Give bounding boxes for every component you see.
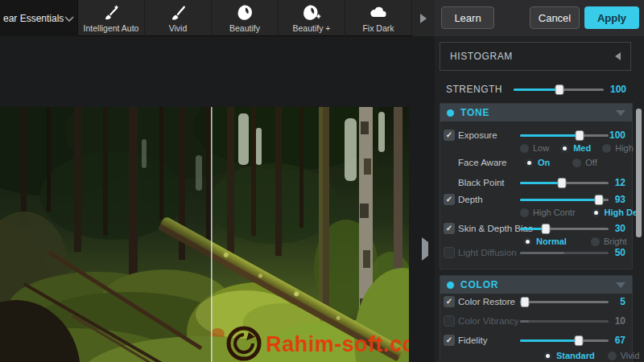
panel-collapse-arrow[interactable] (422, 242, 428, 257)
color-restore-label: Color Restore (458, 297, 515, 306)
light-diffusion-value: 50 (615, 247, 625, 258)
fidelity-checkbox[interactable]: ✓ (444, 335, 455, 346)
color-section-header[interactable]: COLOR (440, 276, 632, 294)
radio-high-def[interactable]: High Def (592, 208, 641, 217)
black-point-row: Black Point 12 (440, 175, 632, 191)
slider-knob[interactable] (555, 84, 564, 95)
depth-slider[interactable] (520, 194, 609, 205)
preset-buttons-strip: Intelligent Auto Vivid Beautify Beautify… (77, 0, 412, 36)
cancel-button[interactable]: Cancel (530, 6, 580, 29)
light-diffusion-row: Light Diffusion 50 (440, 245, 632, 261)
color-restore-checkbox[interactable]: ✓ (444, 296, 455, 307)
before-region-overlay (0, 107, 212, 362)
arrow-right-icon (420, 14, 427, 23)
preset-vivid[interactable]: Vivid (145, 0, 212, 36)
app-window: ear Essentials Intelligent Auto Vivid (0, 0, 644, 362)
depth-radio-group: High Contr High Def (520, 207, 641, 218)
tone-section: TONE ✓ Exposure 100 Low Med High Face Aw (440, 103, 633, 269)
color-vibrancy-checkbox[interactable] (444, 315, 455, 327)
exposure-row: ✓ Exposure 100 (440, 127, 632, 143)
radio-vivid[interactable]: Vivid (608, 351, 640, 360)
slider-knob[interactable] (541, 224, 550, 234)
color-vibrancy-value: 10 (615, 315, 625, 327)
slider-knob[interactable] (574, 335, 583, 346)
color-vibrancy-slider[interactable] (520, 315, 609, 327)
preset-group-dropdown[interactable]: ear Essentials (0, 0, 77, 36)
strength-slider[interactable] (514, 84, 604, 95)
forest-photo: Rahim-soft.com (0, 107, 409, 362)
radio-med[interactable]: Med (560, 143, 591, 153)
preset-beautify[interactable]: Beautify (212, 0, 279, 36)
skin-depth-bias-slider[interactable] (520, 223, 609, 234)
fidelity-value: 67 (615, 335, 625, 346)
preset-intelligent-auto[interactable]: Intelligent Auto (78, 0, 145, 36)
slider-knob[interactable] (594, 195, 603, 205)
histogram-panel[interactable]: HISTOGRAM (440, 42, 631, 71)
strength-label: STRENGTH (446, 84, 502, 95)
color-vibrancy-row: Color Vibrancy 10 (440, 313, 632, 329)
brush-icon (169, 3, 187, 23)
learn-button[interactable]: Learn (441, 6, 494, 29)
exposure-slider[interactable] (520, 130, 609, 141)
preset-beautify-plus[interactable]: Beautify + (279, 0, 345, 36)
depth-checkbox[interactable]: ✓ (444, 194, 455, 205)
exposure-value: 100 (609, 130, 625, 141)
exposure-radio-group: Low Med High (520, 142, 634, 154)
radio-standard[interactable]: Standard (543, 351, 595, 360)
radio-high-contr[interactable]: High Contr (520, 208, 576, 217)
skin-depth-bias-value: 30 (615, 223, 625, 234)
preset-label: Vivid (169, 23, 188, 33)
apply-button[interactable]: Apply (584, 6, 639, 29)
color-restore-slider[interactable] (520, 296, 609, 307)
tone-section-header[interactable]: TONE (440, 104, 632, 121)
presets-scroll-right-button[interactable] (412, 0, 435, 36)
arrow-right-icon (422, 237, 428, 261)
image-canvas: Rahim-soft.com (0, 36, 435, 362)
top-toolbar: ear Essentials Intelligent Auto Vivid (0, 0, 644, 36)
color-restore-value: 5 (620, 296, 625, 307)
slider-knob[interactable] (557, 178, 566, 188)
color-section: COLOR ✓ Color Restore 5 Color Vibrancy (440, 275, 633, 362)
black-point-slider[interactable] (520, 177, 609, 188)
auto-brush-icon (101, 3, 121, 23)
preset-fix-dark[interactable]: Fix Dark (345, 0, 412, 36)
slider-knob[interactable] (520, 297, 529, 307)
depth-row: ✓ Depth 93 (440, 191, 632, 208)
light-diffusion-checkbox[interactable] (444, 247, 455, 258)
chevron-down-icon (64, 11, 74, 26)
toolbar-actions: Learn Cancel Apply (435, 0, 644, 36)
collapse-left-icon (615, 52, 621, 60)
skin-depth-bias-checkbox[interactable]: ✓ (444, 223, 455, 234)
depth-label: Depth (458, 195, 483, 204)
radio-on[interactable]: On (525, 158, 550, 167)
preset-group-label: ear Essentials (3, 13, 64, 24)
color-restore-row: ✓ Color Restore 5 (440, 294, 632, 310)
slider-knob[interactable] (575, 130, 584, 141)
face-aware-radio-group: On Off (525, 157, 597, 168)
black-point-label: Black Point (458, 178, 505, 187)
radio-low[interactable]: Low (520, 143, 549, 153)
radio-off[interactable]: Off (572, 158, 597, 167)
face-plus-icon (302, 3, 321, 23)
fidelity-label: Fidelity (458, 335, 487, 345)
color-title: COLOR (460, 279, 498, 290)
histogram-label: HISTOGRAM (450, 51, 513, 62)
strength-row: STRENGTH 100 (435, 81, 644, 97)
radio-high[interactable]: High (602, 143, 634, 153)
light-diffusion-slider[interactable] (520, 247, 609, 258)
depth-value: 93 (615, 194, 625, 205)
adjustments-panel: HISTOGRAM STRENGTH 100 TONE ✓ Exposure (435, 36, 644, 362)
preset-label: Beautify + (293, 23, 331, 33)
fidelity-row: ✓ Fidelity 67 (440, 332, 632, 348)
section-dot-icon (447, 109, 454, 117)
skin-depth-bias-row: ✓ Skin & Depth Bias 30 (440, 220, 632, 237)
face-icon (236, 3, 254, 23)
face-aware-label: Face Aware (458, 158, 507, 167)
exposure-checkbox[interactable]: ✓ (444, 130, 455, 141)
strength-value: 100 (610, 84, 626, 95)
scrollbar-thumb[interactable] (636, 109, 642, 237)
fidelity-slider[interactable] (520, 335, 609, 346)
black-point-value: 12 (615, 177, 625, 188)
collapse-down-icon (616, 110, 625, 116)
photo-preview[interactable]: Rahim-soft.com (0, 107, 409, 362)
